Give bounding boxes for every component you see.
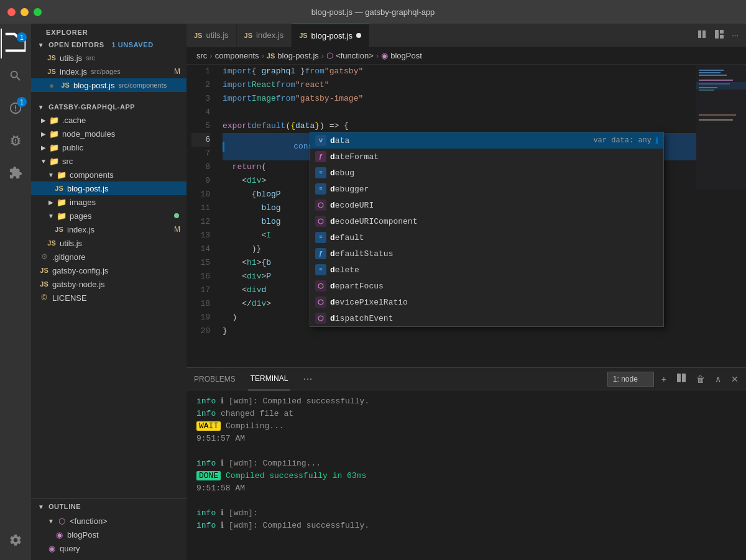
ac-item-dispatchevent[interactable]: ⬡ dispatchEvent [310, 310, 663, 326]
tab-index[interactable]: JS index.js [237, 24, 292, 47]
folder-name: node_modules [62, 129, 115, 139]
terminal-text: Compiling... [226, 421, 284, 431]
outline-blogpost[interactable]: ◉ blogPost [31, 528, 186, 541]
open-editors-label: OPEN EDITORS [48, 41, 104, 48]
file-name: gatsby-node.js [52, 280, 105, 289]
folder-node-modules[interactable]: ▶ 📁 node_modules [31, 127, 186, 140]
ac-item-departfocus[interactable]: ⬡ departFocus [310, 278, 663, 294]
file-blog-post[interactable]: JS blog-post.js [31, 181, 186, 195]
activity-settings[interactable] [1, 525, 30, 555]
timestamp: 9:51:58 AM [196, 484, 245, 493]
tab-label: index.js [256, 30, 283, 40]
breadcrumb-src[interactable]: src [196, 51, 207, 60]
maximize-button[interactable] [34, 8, 42, 16]
add-terminal-button[interactable]: + [659, 373, 669, 385]
svg-rect-1 [720, 30, 724, 34]
info-text: info [196, 459, 216, 468]
folder-components[interactable]: ▼ 📁 components [31, 168, 186, 181]
folder-arrow: ▼ [46, 170, 56, 180]
file-utils[interactable]: JS utils.js [31, 236, 186, 250]
outline-query[interactable]: ◉ query [31, 541, 186, 555]
open-editor-utils[interactable]: JS utils.js src [31, 51, 186, 65]
kill-terminal-button[interactable]: 🗑 [694, 373, 707, 385]
file-license[interactable]: © LICENSE [31, 291, 186, 305]
project-header[interactable]: ▼ GATSBY-GRAPHQL-APP [31, 101, 186, 113]
file-gatsby-node[interactable]: JS gatsby-node.js [31, 277, 186, 291]
terminal-selector[interactable]: 1: node [607, 372, 654, 387]
line-numbers: 1234 5678 9101112 13141516 17181920 [186, 65, 218, 367]
tab-terminal[interactable]: TERMINAL [248, 368, 291, 390]
ac-label: dateFormat [330, 152, 658, 162]
js-file-icon: JS [60, 80, 71, 90]
info-text: info [196, 521, 216, 530]
tab-utils[interactable]: JS utils.js [186, 24, 237, 47]
folder-pages[interactable]: ▼ 📁 pages [31, 209, 186, 223]
svg-rect-14 [696, 65, 746, 189]
ac-label: data [330, 136, 589, 145]
activity-debug[interactable] [1, 126, 30, 155]
ac-item-delete[interactable]: ≡ delete [310, 262, 663, 278]
file-gatsby-config[interactable]: JS gatsby-config.js [31, 264, 186, 277]
split-layout-button[interactable] [712, 27, 727, 44]
ac-item-data[interactable]: v data var data: any ℹ [310, 132, 663, 149]
folder-images[interactable]: ▶ 📁 images [31, 195, 186, 209]
close-button[interactable] [7, 8, 16, 16]
file-tree: ▶ 📁 .cache ▶ 📁 node_modules ▶ 📁 public ▼… [31, 113, 186, 498]
file-index[interactable]: JS index.js M [31, 223, 186, 236]
ac-item-decodeuricomponent[interactable]: ⬡ decodeURIComponent [310, 213, 663, 229]
window-controls[interactable] [7, 8, 42, 16]
ac-label: debugger [330, 185, 658, 194]
breadcrumb-file[interactable]: blog-post.js [277, 51, 318, 60]
breadcrumb-blogpost[interactable]: blogPost [390, 51, 422, 60]
ac-item-debugger[interactable]: ≡ debugger [310, 181, 663, 197]
license-icon: © [39, 293, 50, 303]
minimize-button[interactable] [21, 8, 29, 16]
terminal-actions: 1: node + 🗑 ∧ ✕ [607, 372, 741, 387]
more-actions-button[interactable]: ··· [729, 28, 741, 42]
mod-icon: ⬡ [315, 280, 326, 291]
open-editor-blog-post[interactable]: ● JS blog-post.js src/components [31, 78, 186, 92]
js-file-icon: JS [53, 183, 65, 193]
file-gitignore[interactable]: ⚙ .gitignore [31, 250, 186, 264]
activity-explorer[interactable]: 1 [1, 29, 30, 58]
folder-public[interactable]: ▶ 📁 public [31, 140, 186, 154]
js-icon: JS [299, 32, 307, 39]
breadcrumb-components[interactable]: components [215, 51, 259, 60]
outline-function[interactable]: ▼ ⬡ <function> [31, 514, 186, 528]
activity-git[interactable]: 1 [1, 93, 30, 123]
tab-problems[interactable]: PROBLEMS [191, 368, 238, 390]
tab-label: TERMINAL [251, 374, 288, 383]
close-panel-button[interactable]: ✕ [729, 373, 741, 385]
ac-item-decodeuri[interactable]: ⬡ decodeURI [310, 197, 663, 213]
ac-item-devicepixelratio[interactable]: ⬡ devicePixelRatio [310, 294, 663, 310]
terminal-text: ℹ︎ [wdm]: Compiling... [221, 459, 321, 468]
split-editor-button[interactable] [694, 27, 709, 44]
breadcrumb-function[interactable]: <function> [336, 51, 374, 60]
ac-item-dateformat[interactable]: ƒ dateFormat [310, 149, 663, 165]
split-terminal-button[interactable] [674, 372, 689, 386]
ac-item-debug[interactable]: ≡ debug [310, 165, 663, 181]
ac-label: decodeURIComponent [330, 217, 658, 226]
outline-header[interactable]: ▼ OUTLINE [31, 499, 186, 514]
activity-search[interactable] [1, 61, 30, 91]
open-editor-index[interactable]: JS index.js src/pages M [31, 65, 186, 78]
activity-extensions[interactable] [1, 158, 30, 188]
terminal-more-button[interactable]: ··· [303, 372, 312, 385]
ac-item-defaultstatus[interactable]: ƒ defaultStatus [310, 246, 663, 262]
open-editors-header[interactable]: ▼ OPEN EDITORS 1 UNSAVED [31, 39, 186, 51]
terminal-line: WAIT Compiling... [196, 420, 736, 433]
info-icon[interactable]: ℹ [655, 135, 658, 146]
modified-indicator [356, 33, 361, 38]
window-title: blog-post.js — gatsby-graphql-app [311, 7, 435, 17]
folder-cache[interactable]: ▶ 📁 .cache [31, 113, 186, 127]
maximize-panel-button[interactable]: ∧ [712, 373, 724, 385]
terminal-tab-bar: PROBLEMS TERMINAL ··· 1: node + 🗑 ∧ [186, 368, 746, 390]
tab-blog-post[interactable]: JS blog-post.js [292, 24, 369, 47]
ac-item-default[interactable]: ≡ default [310, 229, 663, 246]
file-name: index.js [60, 67, 87, 76]
folder-name: src [62, 157, 73, 166]
terminal-body[interactable]: info ℹ︎ [wdm]: Compiled successfully. in… [186, 390, 746, 560]
explorer-title: EXPLORER [31, 24, 186, 39]
folder-src[interactable]: ▼ 📁 src [31, 154, 186, 168]
terminal-line: 9:51:58 AM [196, 482, 736, 495]
